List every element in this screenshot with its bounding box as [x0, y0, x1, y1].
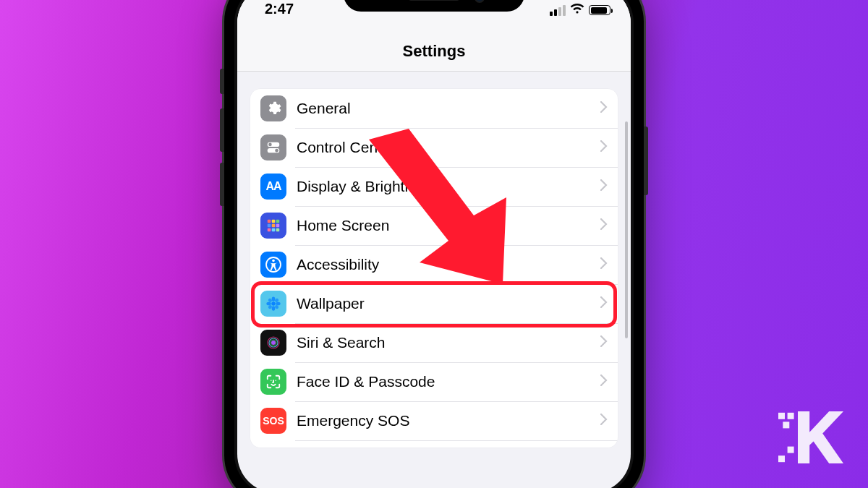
svg-point-18	[266, 302, 271, 306]
svg-point-17	[272, 306, 276, 310]
svg-rect-11	[272, 228, 276, 232]
row-label: Emergency SOS	[297, 412, 600, 429]
chevron-right-icon	[600, 296, 608, 311]
svg-rect-4	[268, 220, 271, 223]
aa-icon: AA	[260, 174, 286, 200]
cellular-signal-icon	[550, 5, 566, 16]
chevron-right-icon	[600, 374, 608, 389]
watermark-logo	[778, 411, 843, 466]
notch	[344, 0, 524, 12]
svg-rect-10	[268, 228, 271, 232]
svg-point-1	[268, 143, 272, 147]
chevron-right-icon	[600, 257, 608, 272]
svg-rect-31	[778, 413, 785, 419]
settings-group: General Control Center	[250, 89, 618, 448]
svg-rect-33	[783, 421, 789, 428]
chevron-right-icon	[600, 101, 608, 116]
svg-point-14	[272, 260, 275, 262]
status-icons	[550, 3, 610, 17]
svg-point-3	[275, 149, 278, 153]
gear-icon	[260, 95, 286, 121]
svg-point-16	[272, 296, 276, 301]
chevron-right-icon	[600, 218, 608, 233]
svg-point-19	[276, 302, 280, 306]
settings-row-siri[interactable]: Siri & Search	[250, 323, 618, 362]
svg-point-30	[275, 380, 276, 380]
svg-point-29	[271, 380, 271, 380]
flower-icon	[260, 291, 286, 317]
settings-row-accessibility[interactable]: Accessibility	[250, 245, 618, 284]
page-title: Settings	[237, 20, 631, 72]
sos-icon: SOS	[260, 408, 286, 434]
ringer-switch[interactable]	[220, 69, 224, 94]
svg-rect-12	[276, 228, 280, 232]
svg-rect-32	[788, 413, 794, 419]
chevron-right-icon	[600, 414, 608, 428]
row-label: Face ID & Passcode	[297, 373, 600, 390]
svg-rect-8	[272, 224, 276, 228]
phone-bezel: 2:47 Settings	[234, 0, 634, 488]
chevron-right-icon	[600, 179, 608, 194]
row-label: Control Center	[297, 139, 600, 156]
settings-row-general[interactable]: General	[250, 89, 618, 128]
row-label: Display & Brightness	[297, 178, 600, 195]
status-time: 2:47	[265, 1, 294, 17]
svg-rect-7	[268, 224, 271, 228]
chevron-right-icon	[600, 335, 608, 350]
svg-rect-34	[778, 455, 785, 462]
side-button[interactable]	[644, 127, 648, 195]
chevron-right-icon	[600, 140, 608, 155]
grid-icon	[260, 213, 286, 239]
earpiece-speaker	[409, 0, 459, 1]
settings-row-partial[interactable]	[250, 440, 618, 448]
settings-row-display[interactable]: AA Display & Brightness	[250, 167, 618, 206]
toggles-icon	[260, 134, 286, 160]
row-label: Wallpaper	[297, 295, 600, 312]
svg-rect-9	[276, 224, 280, 228]
settings-row-faceid[interactable]: Face ID & Passcode	[250, 362, 618, 401]
settings-row-sos[interactable]: SOS Emergency SOS	[250, 401, 618, 440]
front-camera	[475, 0, 485, 3]
siri-icon	[260, 330, 286, 356]
settings-list[interactable]: General Control Center	[237, 72, 631, 448]
scroll-indicator[interactable]	[625, 121, 628, 338]
settings-row-home-screen[interactable]: Home Screen	[250, 206, 618, 245]
svg-rect-35	[788, 447, 794, 453]
row-label: Home Screen	[297, 217, 600, 234]
svg-point-28	[271, 341, 276, 345]
settings-row-wallpaper[interactable]: Wallpaper	[250, 284, 618, 323]
accessibility-icon	[260, 252, 286, 278]
row-label: Siri & Search	[297, 334, 600, 351]
phone-frame: 2:47 Settings	[224, 0, 644, 488]
row-label: General	[297, 100, 600, 117]
volume-down-button[interactable]	[220, 163, 224, 206]
screen: 2:47 Settings	[237, 0, 631, 488]
volume-up-button[interactable]	[220, 108, 224, 152]
svg-rect-5	[272, 220, 276, 223]
svg-rect-6	[276, 220, 280, 223]
battery-icon	[589, 5, 610, 15]
row-label: Accessibility	[297, 256, 600, 273]
wifi-icon	[570, 3, 584, 17]
svg-point-15	[271, 301, 276, 306]
faceid-icon	[260, 369, 286, 395]
settings-row-control-center[interactable]: Control Center	[250, 128, 618, 167]
